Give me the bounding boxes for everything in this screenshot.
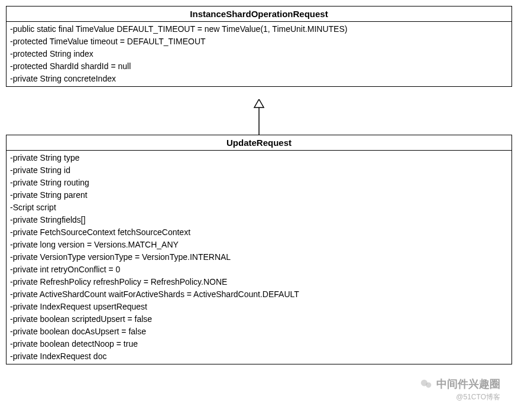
parent-class-box: InstanceShardOperationRequest -public st…	[6, 6, 512, 87]
watermark-main: 中间件兴趣圈	[420, 377, 500, 391]
child-attr: -private int retryOnConflict = 0	[10, 263, 508, 276]
parent-attr: -protected String index	[10, 48, 508, 60]
child-attr: -private IndexRequest doc	[10, 350, 508, 363]
child-attr: -private boolean scriptedUpsert = false	[10, 313, 508, 325]
watermark-main-text: 中间件兴趣圈	[436, 377, 500, 391]
watermark: 中间件兴趣圈 @51CTO博客	[420, 377, 500, 402]
child-class-title: UpdateRequest	[7, 135, 511, 151]
child-attr: -private RefreshPolicy refreshPolicy = R…	[10, 276, 508, 288]
parent-attr: -private String concreteIndex	[10, 73, 508, 85]
child-attr: -private VersionType versionType = Versi…	[10, 251, 508, 263]
parent-attr: -protected ShardId shardId = null	[10, 60, 508, 73]
svg-point-3	[426, 382, 431, 388]
child-class-attributes: -private String type -private String id …	[7, 151, 511, 364]
child-attr: -private String id	[10, 164, 508, 177]
child-attr: -private boolean detectNoop = true	[10, 338, 508, 350]
child-attr: -private long version = Versions.MATCH_A…	[10, 239, 508, 251]
child-attr: -private String routing	[10, 177, 508, 189]
child-attr: -private FetchSourceContext fetchSourceC…	[10, 226, 508, 239]
child-class-box: UpdateRequest -private String type -priv…	[6, 135, 512, 364]
inheritance-connector	[253, 99, 265, 135]
parent-class-attributes: -public static final TimeValue DEFAULT_T…	[7, 22, 511, 86]
svg-marker-0	[254, 99, 264, 108]
child-attr: -Script script	[10, 201, 508, 214]
child-attr: -private String type	[10, 152, 508, 164]
parent-attr: -public static final TimeValue DEFAULT_T…	[10, 23, 508, 35]
child-attr: -private IndexRequest upsertRequest	[10, 301, 508, 313]
watermark-sub-text: @51CTO博客	[420, 392, 500, 402]
child-attr: -private String parent	[10, 189, 508, 201]
child-attr: -private boolean docAsUpsert = false	[10, 325, 508, 338]
child-attr: -private Stringfields[]	[10, 214, 508, 226]
child-attr: -private ActiveShardCount waitForActiveS…	[10, 288, 508, 301]
parent-attr: -protected TimeValue timeout = DEFAULT_T…	[10, 35, 508, 48]
parent-class-title: InstanceShardOperationRequest	[7, 6, 511, 22]
wechat-icon	[420, 377, 433, 390]
